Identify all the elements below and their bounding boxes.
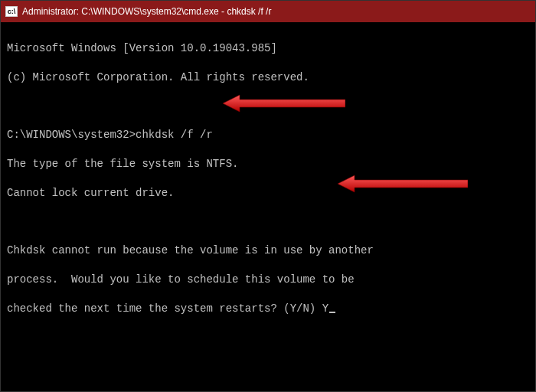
- blank-line-1: [7, 99, 529, 113]
- terminal-body[interactable]: Microsoft Windows [Version 10.0.19043.98…: [1, 22, 535, 391]
- cursor: [329, 312, 335, 313]
- title-bar[interactable]: c:\ Administrator: C:\WINDOWS\system32\c…: [1, 1, 535, 22]
- msg-line-1: Chkdsk cannot run because the volume is …: [7, 243, 529, 258]
- blank-line-2: [7, 215, 529, 230]
- cmd-icon: c:\: [5, 6, 18, 17]
- copyright-line: (c) Microsoft Corporation. All rights re…: [7, 70, 529, 85]
- msg-line-3: checked the next time the system restart…: [7, 302, 529, 316]
- response-y: Y: [322, 302, 328, 315]
- msg-line-2: process. Would you like to schedule this…: [7, 273, 529, 287]
- command-input: chkdsk /f /r: [136, 129, 213, 141]
- lock-line: Cannot lock current drive.: [7, 186, 529, 201]
- fs-type-line: The type of the file system is NTFS.: [7, 157, 529, 172]
- version-line: Microsoft Windows [Version 10.0.19043.98…: [7, 41, 529, 56]
- cmd-window: c:\ Administrator: C:\WINDOWS\system32\c…: [0, 0, 536, 392]
- prompt-prefix: C:\WINDOWS\system32>: [7, 129, 136, 141]
- annotation-arrow-2: [338, 144, 468, 224]
- msg-line-3-prefix: checked the next time the system restart…: [7, 302, 322, 315]
- prompt-line: C:\WINDOWS\system32>chkdsk /f /r: [7, 128, 529, 142]
- window-title: Administrator: C:\WINDOWS\system32\cmd.e…: [22, 6, 271, 17]
